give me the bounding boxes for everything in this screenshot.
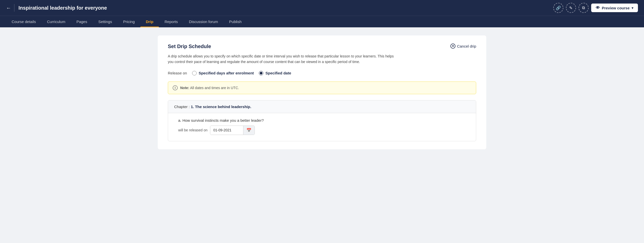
main-nav: Course details Curriculum Pages Settings… — [0, 16, 644, 27]
release-row: Release on Specified days after enrolmen… — [168, 71, 476, 75]
release-date-row: will be released on 📅 — [178, 126, 470, 135]
copy-icon-button[interactable]: ⧉ — [579, 3, 589, 13]
lesson-title: a. How survival instincts make you a bet… — [178, 118, 470, 123]
nav-item-pages[interactable]: Pages — [71, 16, 93, 27]
radio-date-option[interactable]: Specified date — [259, 71, 291, 75]
nav-item-course-details[interactable]: Course details — [6, 16, 41, 27]
card-header: Set Drip Schedule ✕ Cancel drip — [168, 44, 476, 49]
radio-date-label: Specified date — [265, 71, 291, 75]
note-body: All dates and times are in UTC. — [189, 86, 239, 90]
page-title: Inspirational leadership for everyone — [18, 5, 553, 11]
radio-days-input[interactable] — [192, 71, 197, 75]
header: ← Inspirational leadership for everyone … — [0, 0, 644, 16]
nav-item-reports[interactable]: Reports — [159, 16, 183, 27]
header-actions: 🔗 ✎ ⧉ 👁 Preview course ▾ — [553, 3, 638, 13]
note-prefix: Note: — [180, 86, 189, 90]
eye-icon: 👁 — [596, 6, 600, 10]
chevron-down-icon: ▾ — [632, 6, 633, 10]
info-icon: i — [173, 85, 178, 90]
main-content: Set Drip Schedule ✕ Cancel drip A drip s… — [0, 27, 644, 240]
cancel-drip-label: Cancel drip — [457, 44, 476, 48]
pencil-icon: ✎ — [569, 6, 572, 10]
nav-item-settings[interactable]: Settings — [93, 16, 118, 27]
nav-item-publish[interactable]: Publish — [224, 16, 247, 27]
nav-item-pricing[interactable]: Pricing — [118, 16, 140, 27]
chapter-block: Chapter : 1. The science behind leadersh… — [168, 100, 476, 141]
date-input[interactable] — [210, 126, 243, 134]
back-arrow-icon: ← — [6, 5, 11, 11]
release-on-label: Release on — [168, 71, 187, 75]
calendar-button[interactable]: 📅 — [243, 126, 255, 135]
preview-label: Preview course — [602, 6, 630, 10]
nav-item-curriculum[interactable]: Curriculum — [41, 16, 71, 27]
chapter-header: Chapter : 1. The science behind leadersh… — [168, 100, 476, 113]
drip-card: Set Drip Schedule ✕ Cancel drip A drip s… — [158, 35, 486, 149]
calendar-icon: 📅 — [246, 128, 251, 133]
back-button[interactable]: ← — [6, 5, 11, 11]
nav-item-drip[interactable]: Drip — [140, 16, 159, 27]
x-circle-icon: ✕ — [450, 44, 455, 49]
header-divider — [14, 4, 14, 12]
radio-date-input[interactable] — [259, 71, 263, 75]
radio-days-label: Specified days after enrolment — [199, 71, 254, 75]
note-box: i Note: All dates and times are in UTC. — [168, 82, 476, 94]
link-icon: 🔗 — [556, 6, 561, 10]
lesson-block: a. How survival instincts make you a bet… — [168, 113, 476, 141]
chapter-name: 1. The science behind leadership. — [191, 105, 251, 109]
cancel-drip-button[interactable]: ✕ Cancel drip — [450, 44, 476, 49]
card-title: Set Drip Schedule — [168, 44, 211, 49]
copy-icon: ⧉ — [582, 6, 585, 10]
edit-icon-button[interactable]: ✎ — [566, 3, 576, 13]
note-text: Note: All dates and times are in UTC. — [180, 86, 239, 90]
will-be-released-label: will be released on — [178, 128, 208, 132]
card-description: A drip schedule allows you to specify on… — [168, 53, 395, 65]
link-icon-button[interactable]: 🔗 — [553, 3, 563, 13]
radio-days-option[interactable]: Specified days after enrolment — [192, 71, 254, 75]
date-input-wrapper: 📅 — [210, 126, 255, 135]
preview-course-button[interactable]: 👁 Preview course ▾ — [591, 4, 638, 12]
nav-item-discussion-forum[interactable]: Discussion forum — [183, 16, 224, 27]
chapter-prefix: Chapter : — [174, 105, 191, 109]
